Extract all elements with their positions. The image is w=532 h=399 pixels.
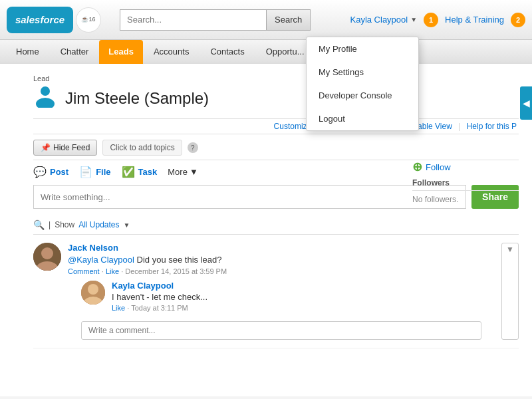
nav-item-accounts[interactable]: Accounts (143, 40, 200, 64)
feed-item-dropdown[interactable]: ▼ (501, 243, 519, 340)
jack-avatar-svg (33, 243, 61, 271)
more-button[interactable]: More ▼ (168, 167, 198, 177)
user-dropdown-arrow: ▼ (410, 16, 417, 23)
feed-mention[interactable]: @Kayla Claypool (68, 255, 134, 265)
feed-filter: 🔍 | Show All Updates ▼ (33, 215, 519, 235)
lead-icon-svg (33, 84, 57, 108)
follow-plus-icon: ⊕ (412, 160, 422, 174)
write-input[interactable] (33, 185, 466, 209)
header: salesforce ☕16 Search Kayla Claypool ▼ 1… (0, 0, 532, 40)
svg-point-6 (88, 284, 98, 295)
no-followers-text: No followers. (412, 195, 519, 204)
feed-pipe: | (49, 220, 51, 229)
dreamforce-number: 16 (88, 16, 95, 23)
user-dropdown-menu: My Profile My Settings Developer Console… (306, 37, 419, 131)
menu-my-settings[interactable]: My Settings (307, 61, 418, 84)
kayla-avatar (81, 281, 105, 305)
feed-text: @Kayla Claypool Did you see this lead? (68, 255, 495, 265)
search-button[interactable]: Search (266, 9, 311, 31)
show-label: Show (55, 220, 74, 229)
reply-text: I haven't - let me check... (112, 292, 495, 302)
follow-label: Follow (426, 162, 451, 172)
svg-point-3 (41, 247, 53, 259)
post-action-file[interactable]: 📄 File (79, 166, 110, 178)
reply-author-name[interactable]: Kayla Claypool (112, 281, 174, 291)
nav-bar: Home Chatter Leads Accounts Contacts Opp… (0, 40, 532, 64)
help-training-link[interactable]: Help & Training (445, 15, 504, 25)
nav-item-contacts[interactable]: Contacts (200, 40, 255, 64)
dreamforce-badge: ☕16 (76, 7, 101, 33)
chevron-right-icon: ◀ (523, 98, 530, 108)
comment-input[interactable] (81, 321, 481, 340)
lead-title-row: Jim Steele (Sample) (33, 84, 519, 113)
task-label: Task (138, 167, 158, 177)
nav-item-home[interactable]: Home (5, 40, 50, 64)
svg-point-0 (41, 86, 50, 96)
more-label: More (168, 167, 188, 177)
task-icon: ✅ (122, 166, 135, 178)
file-icon: 📄 (79, 166, 92, 178)
followers-label: Followers (412, 178, 519, 191)
like-link[interactable]: Like (106, 267, 119, 275)
sep3: | (458, 122, 460, 131)
search-input[interactable] (120, 9, 266, 31)
all-updates-filter[interactable]: All Updates (78, 220, 119, 229)
jack-avatar (33, 243, 61, 271)
lead-person-icon (33, 84, 57, 113)
search-area: Search (120, 9, 319, 31)
action-links: Customize Page | Edit Layout | Printable… (33, 119, 519, 134)
nav-chatter-label: Chatter (61, 47, 89, 57)
follow-button[interactable]: ⊕ Follow (412, 160, 519, 174)
reply-content: Kayla Claypool I haven't - let me check.… (112, 281, 495, 312)
reply-item: Kayla Claypool I haven't - let me check.… (81, 275, 495, 317)
reply-meta: Like · Today at 3:11 PM (112, 304, 495, 312)
post-label: Post (50, 167, 68, 177)
help-link[interactable]: Help for this P (467, 122, 517, 131)
lead-name: Jim Steele (Sample) (65, 89, 209, 108)
post-action-post[interactable]: 💬 Post (33, 166, 68, 178)
sidebar-collapse-button[interactable]: ◀ (520, 86, 532, 120)
svg-point-1 (36, 98, 55, 108)
write-comment-area (81, 321, 495, 340)
more-arrow-icon: ▼ (190, 167, 198, 177)
feed-meta: Comment · Like · December 14, 2015 at 3:… (68, 267, 495, 275)
feed-item-content: Jack Nelson @Kayla Claypool Did you see … (68, 243, 495, 340)
logo-area: salesforce ☕16 (7, 7, 113, 33)
feed-body-text: Did you see this lead? (137, 255, 222, 265)
lead-section: Lead Jim Steele (Sample) (33, 69, 519, 119)
hide-feed-label: Hide Feed (53, 143, 90, 152)
main-content: Lead Jim Steele (Sample) Customize Page … (0, 64, 532, 396)
reply-like-link[interactable]: Like (112, 304, 125, 312)
feed-author-name[interactable]: Jack Nelson (68, 243, 118, 253)
filter-dropdown-arrow[interactable]: ▼ (124, 221, 130, 229)
lead-type-label: Lead (33, 74, 519, 82)
logo-text: salesforce (15, 14, 65, 25)
salesforce-logo: salesforce (7, 7, 73, 33)
nav-opportu-label: Opportu... (266, 47, 305, 57)
nav-accounts-label: Accounts (154, 47, 189, 57)
feed-item: Jack Nelson @Kayla Claypool Did you see … (33, 235, 519, 348)
nav-home-label: Home (16, 47, 39, 57)
feed-search-icon[interactable]: 🔍 (33, 219, 45, 230)
menu-logout[interactable]: Logout (307, 107, 418, 130)
badge-2: 2 (511, 13, 525, 27)
nav-item-leads[interactable]: Leads (99, 40, 143, 64)
chatter-toolbar: 📌 Hide Feed Click to add topics ? (33, 134, 519, 160)
post-action-task[interactable]: ✅ Task (122, 166, 158, 178)
nav-contacts-label: Contacts (210, 47, 244, 57)
user-menu-trigger[interactable]: Kayla Claypool ▼ (350, 15, 417, 25)
feed-date: · December 14, 2015 at 3:59 PM (121, 267, 227, 275)
menu-developer-console[interactable]: Developer Console (307, 84, 418, 107)
reply-date: Today at 3:11 PM (131, 304, 188, 312)
menu-my-profile[interactable]: My Profile (307, 37, 418, 61)
kayla-avatar-svg (81, 281, 105, 305)
post-icon: 💬 (33, 166, 47, 178)
chatter-help-icon[interactable]: ? (188, 142, 198, 153)
hide-feed-button[interactable]: 📌 Hide Feed (33, 140, 97, 156)
user-name-text: Kayla Claypool (350, 15, 408, 25)
add-topics-button[interactable]: Click to add topics (102, 140, 182, 156)
badge-1: 1 (424, 13, 438, 27)
followers-panel: ⊕ Follow Followers No followers. (412, 160, 519, 204)
nav-item-chatter[interactable]: Chatter (50, 40, 100, 64)
comment-link[interactable]: Comment (68, 267, 100, 275)
